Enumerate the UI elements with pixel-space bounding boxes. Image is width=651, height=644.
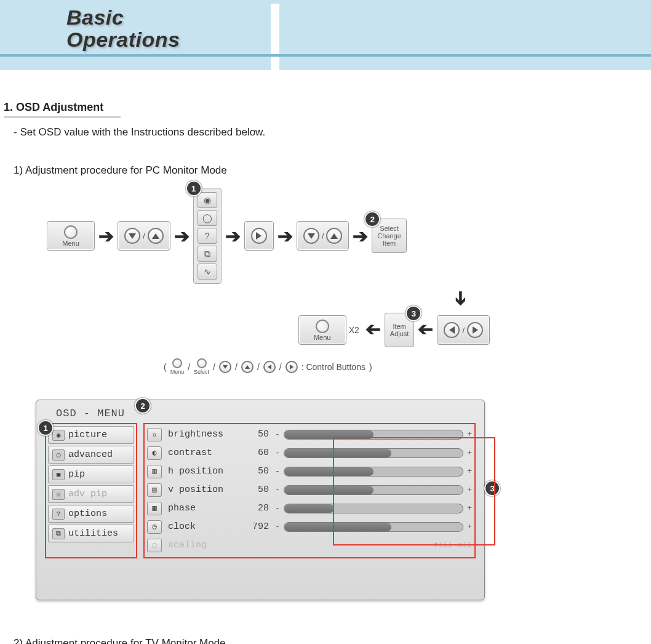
item-name: v position	[168, 485, 236, 495]
category-icon: ◉	[52, 430, 65, 441]
slash: /	[279, 362, 282, 372]
arrow-right-icon: ➔	[349, 225, 372, 247]
legend-menu: Menu	[170, 358, 185, 375]
osd-category[interactable]: ?options	[48, 505, 134, 523]
control-buttons-legend: ( Menu / Select / / / / : Control Button…	[164, 358, 490, 375]
category-icon: ⧉	[198, 246, 217, 262]
down-icon	[303, 228, 319, 244]
osd-category[interactable]: ⧉utilities	[48, 525, 134, 542]
category-icon: ?	[198, 228, 217, 244]
page-title: Basic Operations	[0, 7, 180, 50]
slash: /	[143, 231, 145, 241]
osd-category[interactable]: ▣pip	[48, 465, 134, 483]
flow-row-2: Menu X2 ➔ 3 Item Adjust ➔ /	[47, 313, 490, 347]
left-right-button[interactable]: /	[437, 315, 490, 345]
osd-item-row[interactable]: ▦phase28-+	[147, 500, 472, 517]
item-icon: ▦	[147, 502, 162, 515]
header-gap	[271, 4, 279, 54]
step-3-box: 3 Item Adjust	[385, 313, 415, 347]
category-icon: ▣	[52, 489, 65, 500]
title-line-2: Operations	[66, 28, 180, 51]
menu-label: Menu	[62, 239, 79, 247]
osd-item-row[interactable]: ◷clock792-+	[147, 518, 472, 535]
item-value: 60	[242, 448, 269, 458]
category-label: advanced	[68, 449, 113, 460]
category-icons-column: ◉ ◯ ? ⧉ ∿	[193, 188, 222, 284]
item-value: 50	[242, 466, 269, 477]
item-icon: ▤	[147, 483, 162, 497]
slash: /	[257, 362, 260, 372]
header-bottom	[0, 57, 651, 70]
item-icon: ▥	[147, 465, 162, 478]
arrow-right-icon: ➔	[222, 225, 244, 247]
up-icon	[326, 228, 342, 244]
legend-text: : Control Buttons	[302, 362, 365, 372]
right-icon	[251, 228, 267, 244]
osd-item-row[interactable]: ▤v position50-+	[147, 481, 472, 498]
arrow-right-icon: ➔	[170, 225, 193, 247]
category-icon: ▣	[52, 469, 65, 480]
step2-line2: Change	[377, 232, 401, 239]
up-down-button[interactable]: /	[297, 221, 349, 251]
category-label: options	[68, 509, 107, 519]
header-left: Basic Operations	[0, 4, 271, 54]
item-name: clock	[168, 521, 236, 532]
slider[interactable]: -+	[275, 504, 472, 513]
slider[interactable]: -+	[275, 522, 472, 532]
category-label: utilities	[68, 528, 118, 539]
slider[interactable]: -+	[275, 485, 472, 495]
title-line-1: Basic	[66, 6, 124, 29]
slider[interactable]: -+	[275, 467, 472, 477]
osd-badge-3: 3	[484, 480, 500, 496]
up-down-button[interactable]: /	[118, 221, 170, 251]
osd-category[interactable]: ▣adv pip	[48, 485, 134, 503]
header-banner: Basic Operations	[0, 0, 651, 70]
item-icon: ▢	[147, 539, 162, 552]
slash: /	[462, 326, 465, 335]
osd-item-row[interactable]: ☼brightness50-+	[147, 426, 472, 443]
heading-underline	[4, 116, 121, 118]
menu-x2-button[interactable]: Menu	[298, 315, 346, 345]
menu-button[interactable]: Menu	[47, 221, 95, 251]
right-icon	[467, 322, 483, 338]
slider-placeholder: fill all	[275, 541, 472, 550]
item-name: phase	[168, 503, 236, 513]
step2-line1: Select	[380, 225, 399, 232]
item-icon: ☼	[147, 428, 162, 441]
arrow-left-icon: ➔	[414, 320, 437, 341]
osd-badge-2: 2	[135, 398, 151, 414]
osd-category[interactable]: ◉picture	[48, 426, 134, 444]
left-icon	[263, 361, 276, 373]
menu-x2-suffix: X2	[346, 325, 362, 335]
item-value: 792	[242, 521, 269, 532]
subheading-tv-mode: 2) Adjustment procedure for TV Monitor M…	[14, 637, 651, 644]
item-value: 50	[242, 485, 269, 495]
osd-badge-1: 1	[38, 420, 54, 436]
slider[interactable]: -+	[275, 430, 472, 440]
step3-line1: Item	[393, 323, 405, 330]
header-bottom-gap	[271, 57, 279, 70]
category-label: pip	[68, 469, 85, 480]
header-bottom-right	[279, 57, 651, 70]
osd-item-row[interactable]: ◐contrast60-+	[147, 445, 472, 461]
osd-category[interactable]: ◯advanced	[48, 446, 134, 464]
category-icon: ◯	[52, 449, 65, 461]
item-name: h position	[168, 466, 236, 477]
item-name: scaling	[168, 540, 236, 550]
item-icon: ◷	[147, 520, 162, 534]
osd-title: OSD - MENU	[56, 408, 476, 419]
header-main: Basic Operations	[0, 4, 651, 54]
arrow-right-icon: ➔	[95, 225, 118, 247]
header-bottom-left	[0, 57, 271, 70]
osd-item-list: ☼brightness50-+◐contrast60-+▥h position5…	[143, 423, 476, 558]
right-button[interactable]	[244, 221, 274, 251]
header-right	[279, 4, 651, 54]
category-icon: ◉	[198, 192, 217, 208]
osd-item-row[interactable]: ▢scalingfill all	[147, 537, 472, 553]
osd-item-row[interactable]: ▥h position50-+	[147, 463, 472, 480]
item-value: 28	[242, 503, 269, 513]
arrow-down-icon: ➔	[450, 287, 472, 310]
slider[interactable]: -+	[275, 448, 472, 458]
flow-row-1: Menu ➔ / ➔ 1 ◉ ◯ ? ⧉ ∿	[47, 188, 490, 284]
item-value: 50	[242, 429, 269, 440]
